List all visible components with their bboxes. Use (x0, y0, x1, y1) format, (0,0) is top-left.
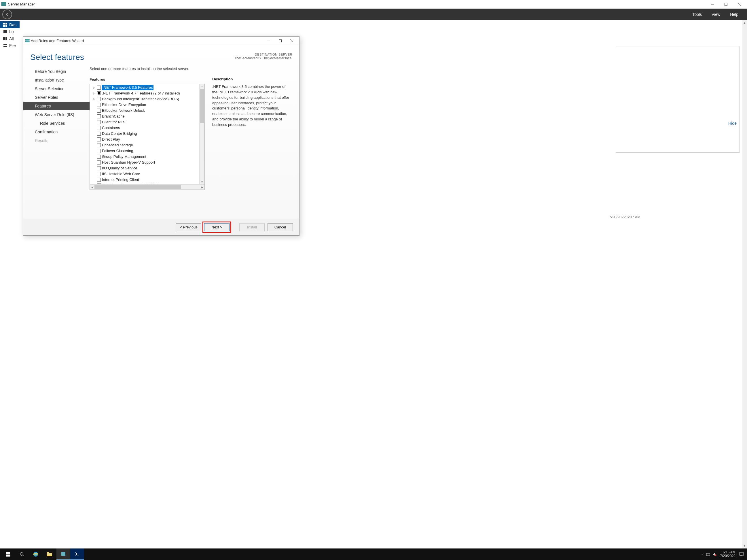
feature-item[interactable]: ▷Host Guardian Hyper-V Support (91, 159, 204, 166)
feature-checkbox[interactable] (97, 132, 101, 136)
ie-button[interactable] (29, 549, 43, 560)
feature-item[interactable]: ▷Internet Printing Client (91, 177, 204, 183)
feature-item[interactable]: ▷Background Intelligent Transfer Service… (91, 96, 204, 102)
features-list[interactable]: ▷.NET Framework 3.5 Features▷.NET Framew… (90, 84, 204, 184)
svg-rect-7 (5, 23, 7, 24)
nav-all[interactable]: All (0, 35, 20, 42)
action-center-icon[interactable] (739, 552, 744, 557)
feature-checkbox[interactable] (97, 126, 101, 130)
scroll-down-icon[interactable]: ▼ (742, 543, 747, 549)
destination-label: DESTINATION SERVER (234, 53, 292, 56)
volume-icon[interactable] (712, 552, 717, 557)
features-vscrollbar[interactable]: ▲ ▼ (199, 84, 204, 184)
feature-checkbox[interactable] (97, 85, 101, 90)
menu-help[interactable]: Help (730, 12, 738, 17)
feature-item[interactable]: ▷IIS Hostable Web Core (91, 171, 204, 177)
main-scrollbar[interactable]: ▲ ▼ (742, 20, 747, 549)
feature-checkbox[interactable] (97, 160, 101, 164)
hscroll-thumb[interactable] (95, 185, 181, 189)
powershell-taskbar-button[interactable] (70, 549, 84, 560)
system-tray: ︿ 6:16 AM 7/20/2022 (701, 551, 746, 558)
feature-item[interactable]: ▷.NET Framework 3.5 Features (91, 85, 204, 91)
network-icon[interactable] (706, 552, 711, 557)
wizard-step[interactable]: Before You Begin (23, 67, 89, 76)
search-button[interactable] (15, 549, 29, 560)
feature-checkbox[interactable] (97, 172, 101, 176)
main-window-title: Server Manager (8, 2, 706, 6)
menu-view[interactable]: View (712, 12, 720, 17)
feature-label: Host Guardian Hyper-V Support (102, 160, 155, 165)
explorer-button[interactable] (43, 549, 56, 560)
scroll-right-icon[interactable]: ▶ (200, 185, 204, 189)
feature-checkbox[interactable] (97, 155, 101, 159)
scroll-left-icon[interactable]: ◀ (90, 185, 95, 189)
maximize-button[interactable] (719, 0, 732, 9)
destination-value: TheSecMasterIIS.TheSecMaster.local (234, 56, 292, 60)
feature-item[interactable]: ▷Client for NFS (91, 119, 204, 125)
description-label: Description (212, 77, 292, 81)
start-button[interactable] (1, 549, 15, 560)
wizard-step: Results (23, 136, 89, 145)
wizard-step[interactable]: Features (23, 102, 89, 110)
minimize-button[interactable] (706, 0, 719, 9)
feature-checkbox[interactable] (97, 143, 101, 147)
feature-item[interactable]: ▷I/O Quality of Service (91, 166, 204, 171)
feature-item[interactable]: ▷.NET Framework 4.7 Features (2 of 7 ins… (91, 91, 204, 96)
expand-icon[interactable]: ▷ (93, 91, 96, 96)
feature-item[interactable]: ▷Group Policy Management (91, 154, 204, 159)
cancel-button[interactable]: Cancel (267, 223, 293, 231)
tray-chevron-icon[interactable]: ︿ (701, 552, 704, 557)
feature-checkbox[interactable] (97, 97, 101, 101)
feature-item[interactable]: ▷Direct Play (91, 136, 204, 142)
feature-checkbox[interactable] (97, 166, 101, 170)
nav-local[interactable]: Lo (0, 28, 20, 35)
feature-checkbox[interactable] (97, 178, 101, 182)
feature-item[interactable]: ▷BitLocker Network Unlock (91, 108, 204, 113)
bg-timestamp: 7/20/2022 6:07 AM (609, 215, 640, 219)
feature-checkbox[interactable] (97, 120, 101, 124)
back-button[interactable] (2, 9, 12, 19)
wizard-step[interactable]: Web Server Role (IIS) (23, 110, 89, 119)
feature-item[interactable]: ▷Data Center Bridging (91, 131, 204, 136)
close-button[interactable] (732, 0, 746, 9)
wizard-step[interactable]: Server Selection (23, 84, 89, 93)
feature-label: Enhanced Storage (102, 143, 133, 148)
dialog-close-button[interactable] (286, 37, 298, 45)
scroll-down-icon[interactable]: ▼ (200, 180, 204, 184)
feature-checkbox[interactable] (97, 109, 101, 112)
features-hscrollbar[interactable]: ◀ ▶ (90, 184, 204, 189)
svg-rect-11 (3, 37, 5, 40)
dialog-maximize-button[interactable] (275, 37, 286, 45)
expand-icon[interactable]: ▷ (93, 97, 96, 102)
feature-item[interactable]: ▷Containers (91, 125, 204, 131)
nav-dashboard[interactable]: Das (0, 21, 20, 28)
next-button[interactable]: Next > (204, 223, 230, 231)
wizard-step[interactable]: Server Roles (23, 93, 89, 102)
feature-checkbox[interactable] (97, 91, 101, 95)
hide-link[interactable]: Hide (728, 121, 737, 126)
dialog-minimize-button[interactable] (263, 37, 275, 45)
feature-checkbox[interactable] (97, 137, 101, 142)
taskbar-clock[interactable]: 6:16 AM 7/20/2022 (719, 551, 737, 558)
feature-checkbox[interactable] (97, 114, 101, 119)
svg-rect-18 (279, 40, 282, 42)
feature-item[interactable]: ▷Enhanced Storage (91, 142, 204, 148)
scroll-up-icon[interactable]: ▲ (200, 84, 204, 89)
feature-item[interactable]: ▷Failover Clustering (91, 148, 204, 154)
wizard-step[interactable]: Installation Type (23, 76, 89, 84)
scroll-up-icon[interactable]: ▲ (742, 20, 747, 25)
wizard-step[interactable]: Confirmation (23, 128, 89, 136)
ribbon-header: Tools View Help (0, 9, 747, 20)
dialog-titlebar: Add Roles and Features Wizard (23, 36, 299, 45)
previous-button[interactable]: < Previous (176, 223, 201, 231)
server-manager-taskbar-button[interactable] (56, 549, 70, 560)
feature-checkbox[interactable] (97, 103, 101, 107)
feature-item[interactable]: ▷BitLocker Drive Encryption (91, 102, 204, 108)
feature-checkbox[interactable] (97, 149, 101, 153)
expand-icon[interactable]: ▷ (93, 85, 96, 90)
wizard-step[interactable]: Role Services (23, 119, 89, 128)
nav-file[interactable]: File (0, 42, 20, 49)
scroll-thumb[interactable] (200, 89, 204, 123)
menu-tools[interactable]: Tools (692, 12, 702, 17)
feature-item[interactable]: ▷BranchCache (91, 113, 204, 119)
